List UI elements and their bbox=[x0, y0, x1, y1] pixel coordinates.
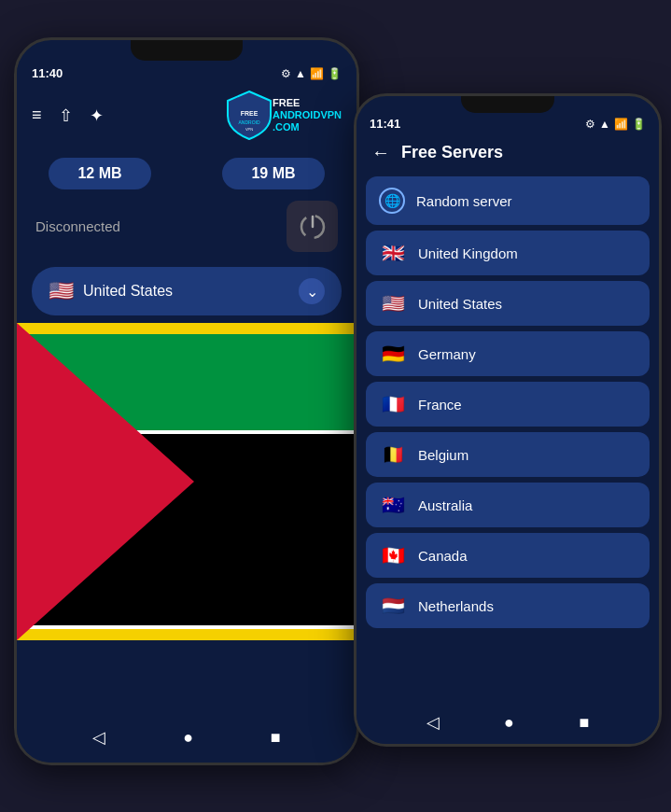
status-icons-left: ⚙ ▲ 📶 🔋 bbox=[281, 67, 342, 80]
server-flag: 🇨🇦 bbox=[379, 544, 407, 567]
status-bar-left: 11:40 ⚙ ▲ 📶 🔋 bbox=[17, 61, 356, 82]
server-name: Germany bbox=[418, 346, 476, 362]
server-name: Canada bbox=[418, 548, 468, 564]
share-icon[interactable]: ⇧ bbox=[59, 105, 73, 126]
home-nav-right[interactable]: ● bbox=[504, 713, 514, 733]
wifi-icon-left: ▲ bbox=[295, 67, 306, 80]
logo-line1: FREE bbox=[273, 97, 300, 108]
server-flag: 🇦🇺 bbox=[379, 494, 407, 516]
globe-icon: 🌐 bbox=[379, 188, 405, 214]
upload-badge: 19 MB bbox=[222, 158, 325, 189]
back-nav-left[interactable]: ◁ bbox=[92, 727, 105, 748]
home-nav-left[interactable]: ● bbox=[183, 728, 193, 748]
server-item[interactable]: 🇳🇱 Netherlands bbox=[366, 583, 650, 628]
battery-icon-left: 🔋 bbox=[328, 67, 342, 80]
server-item[interactable]: 🇩🇪 Germany bbox=[366, 331, 650, 376]
country-flag: 🇺🇸 bbox=[49, 279, 74, 303]
signal-icon-right: 📶 bbox=[614, 118, 628, 131]
settings-icon-right: ⚙ bbox=[585, 118, 595, 131]
right-phone: 11:41 ⚙ ▲ 📶 🔋 ← Free Servers 🌐 Random se… bbox=[354, 93, 662, 747]
server-flag: 🇳🇱 bbox=[379, 595, 407, 617]
logo-line2: ANDROIDVPN bbox=[273, 109, 342, 120]
battery-icon-right: 🔋 bbox=[632, 118, 646, 131]
flag-stripes bbox=[17, 323, 356, 640]
phone-notch-left bbox=[131, 40, 243, 61]
svg-text:VPN: VPN bbox=[245, 127, 253, 132]
server-flag: 🇬🇧 bbox=[379, 242, 407, 264]
nav-bar-right: ◁ ● ■ bbox=[356, 705, 659, 744]
mozambique-flag bbox=[17, 323, 356, 640]
country-name: United States bbox=[83, 283, 289, 300]
server-flag: 🇧🇪 bbox=[379, 443, 407, 466]
server-flag: 🇫🇷 bbox=[379, 393, 407, 415]
power-button[interactable] bbox=[287, 201, 338, 252]
toolbar-left: ≡ ⇧ ✦ FREE ANDROID VPN FREE ANDROIDVPN .… bbox=[17, 82, 356, 148]
disconnected-label: Disconnected bbox=[35, 218, 120, 234]
server-name: Australia bbox=[418, 497, 472, 513]
signal-icon-left: 📶 bbox=[310, 67, 324, 80]
nav-bar-left: ◁ ● ■ bbox=[17, 718, 356, 763]
wifi-icon-right: ▲ bbox=[599, 118, 610, 131]
logo-area: FREE ANDROID VPN FREE ANDROIDVPN .COM bbox=[226, 90, 342, 141]
server-item[interactable]: 🇨🇦 Canada bbox=[366, 533, 650, 578]
power-icon bbox=[299, 213, 327, 241]
server-item[interactable]: 🇧🇪 Belgium bbox=[366, 432, 650, 477]
server-item[interactable]: 🇬🇧 United Kingdom bbox=[366, 231, 650, 275]
server-item[interactable]: 🇦🇺 Australia bbox=[366, 483, 650, 527]
stats-row: 12 MB 19 MB bbox=[17, 148, 356, 199]
chevron-icon: ⌄ bbox=[299, 278, 325, 304]
server-name: United Kingdom bbox=[418, 245, 518, 261]
server-item[interactable]: 🇺🇸 United States bbox=[366, 281, 650, 326]
svg-text:FREE: FREE bbox=[241, 110, 259, 117]
svg-text:ANDROID: ANDROID bbox=[239, 119, 260, 125]
status-icons-right: ⚙ ▲ 📶 🔋 bbox=[585, 118, 646, 131]
logo-shield-icon: FREE ANDROID VPN bbox=[226, 90, 273, 141]
logo-text: FREE ANDROIDVPN .COM bbox=[273, 97, 342, 134]
server-item[interactable]: 🌐 Random server bbox=[366, 176, 650, 225]
back-button[interactable]: ← bbox=[371, 142, 390, 163]
status-bar-right: 11:41 ⚙ ▲ 📶 🔋 bbox=[356, 113, 659, 133]
logo-line3: .COM bbox=[273, 121, 300, 133]
status-time-left: 11:40 bbox=[32, 66, 63, 80]
server-name: Belgium bbox=[418, 447, 468, 463]
back-nav-right[interactable]: ◁ bbox=[426, 712, 440, 733]
settings-icon-left: ⚙ bbox=[281, 67, 291, 80]
server-item[interactable]: 🇫🇷 France bbox=[366, 382, 650, 427]
menu-icon[interactable]: ≡ bbox=[32, 105, 42, 125]
download-badge: 12 MB bbox=[49, 158, 151, 189]
server-flag: 🇩🇪 bbox=[379, 343, 407, 365]
left-phone: 11:40 ⚙ ▲ 📶 🔋 ≡ ⇧ ✦ FREE ANDROID VPN FRE… bbox=[14, 37, 359, 765]
stars-icon[interactable]: ✦ bbox=[90, 105, 104, 126]
server-header: ← Free Servers bbox=[356, 133, 659, 176]
recent-nav-right[interactable]: ■ bbox=[579, 713, 589, 733]
country-selector[interactable]: 🇺🇸 United States ⌄ bbox=[32, 267, 342, 315]
status-time-right: 11:41 bbox=[370, 117, 400, 131]
server-list: 🌐 Random server 🇬🇧 United Kingdom 🇺🇸 Uni… bbox=[356, 176, 659, 628]
recent-nav-left[interactable]: ■ bbox=[271, 728, 281, 748]
server-name: France bbox=[418, 397, 462, 413]
flag-triangle bbox=[17, 323, 194, 640]
phone-notch-right bbox=[461, 96, 554, 113]
server-flag: 🇺🇸 bbox=[379, 292, 407, 315]
server-title: Free Servers bbox=[401, 143, 503, 162]
server-name: Random server bbox=[416, 193, 512, 209]
server-name: United States bbox=[418, 296, 502, 312]
server-name: Netherlands bbox=[418, 598, 494, 614]
disconnected-row: Disconnected bbox=[17, 199, 356, 261]
